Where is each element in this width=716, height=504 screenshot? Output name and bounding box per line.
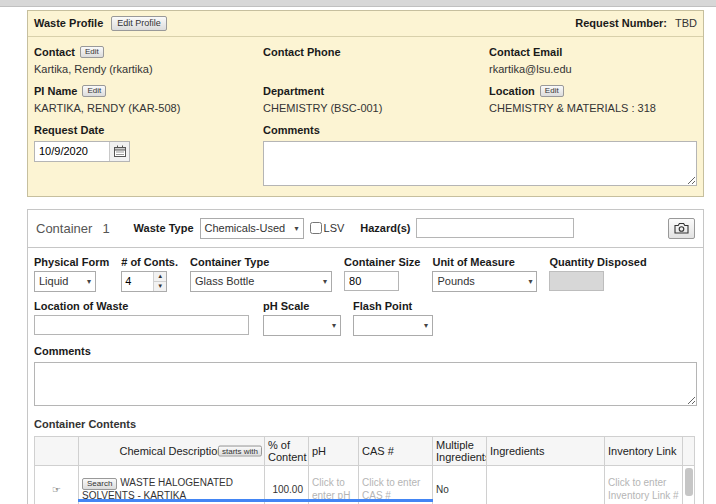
location-label: Location [489,85,535,97]
request-number-label: Request Number: [575,17,667,29]
location-of-waste-label: Location of Waste [34,300,249,312]
location-edit-button[interactable]: Edit [540,85,564,97]
unit-of-measure-select[interactable]: Pounds ▾ [432,271,537,292]
num-conts-label: # of Conts. [121,256,178,268]
flash-point-select[interactable]: ▾ [353,315,433,336]
quantity-disposed-field: Quantity Disposed [549,256,646,291]
num-conts-field: # of Conts. ▲ ▼ [121,256,178,292]
hazards-input[interactable] [416,218,574,238]
column-inventory-link: Inventory Link [605,436,683,465]
container-type-select[interactable]: Glass Bottle ▾ [190,271,332,292]
pi-name-edit-button[interactable]: Edit [82,85,106,97]
num-conts-spinners: ▲ ▼ [153,272,166,291]
spinner-up-icon[interactable]: ▲ [154,272,166,281]
column-cas: CAS # [359,436,433,465]
physical-form-select[interactable]: Liquid ▾ [34,271,96,292]
table-scrollbar[interactable] [683,436,695,465]
waste-type-select[interactable]: Chemicals-Used ▾ [200,218,304,239]
pointing-finger-icon[interactable]: ☞ [35,465,79,504]
ph-scale-field: pH Scale ▾ [263,300,341,336]
camera-icon [674,222,689,234]
chemical-description-header-label: Chemical Description [120,445,224,457]
ph-scale-label: pH Scale [263,300,341,312]
container-fields-row-1: Physical Form Liquid ▾ # of Conts. ▲ ▼ [34,256,697,292]
multiple-ingredients-cell[interactable]: No [433,465,487,504]
unit-of-measure-label: Unit of Measure [432,256,537,268]
request-date-field: Request Date [34,123,263,186]
profile-comments-field: Comments [263,123,697,186]
waste-profile-title: Waste Profile [34,17,103,29]
container-comments-field: Comments [34,344,697,406]
container-header: Container1 Waste Type Chemicals-Used ▾ L… [28,210,703,248]
ingredients-cell[interactable] [487,465,605,504]
waste-type-label: Waste Type [134,222,194,234]
request-number-value: TBD [675,17,697,29]
department-label: Department [263,85,324,97]
request-date-label: Request Date [34,124,104,136]
dropdown-arrow-icon: ▾ [87,277,91,286]
dropdown-arrow-icon: ▾ [424,321,428,330]
quantity-disposed-input [549,271,604,291]
contact-field: Contact Edit Kartika, Rendy (rkartika) [34,45,263,75]
pi-name-field: PI Name Edit KARTIKA, RENDY (KAR-508) [34,84,263,114]
spinner-down-icon[interactable]: ▼ [154,281,166,291]
department-value: CHEMISTRY (BSC-001) [263,102,489,114]
container-number: 1 [102,221,109,236]
location-of-waste-field: Location of Waste [34,300,249,335]
table-scrollbar[interactable] [683,465,695,504]
contact-edit-button[interactable]: Edit [80,46,104,58]
pi-name-label: PI Name [34,85,77,97]
column-ph: pH [309,436,359,465]
container-section: Container1 Waste Type Chemicals-Used ▾ L… [27,209,704,504]
profile-comments-textarea[interactable] [263,141,697,186]
num-conts-input[interactable] [122,272,153,291]
contact-email-field: Contact Email rkartika@lsu.edu [489,45,697,75]
container-type-field: Container Type Glass Bottle ▾ [190,256,332,292]
profile-comments-label: Comments [263,124,320,136]
row-focus-indicator [78,499,433,502]
camera-button[interactable] [668,218,695,239]
container-title-text: Container [36,221,92,236]
top-strip [0,0,716,7]
container-comments-label: Comments [34,345,91,357]
inventory-link-cell[interactable]: Click to enter Inventory Link # [605,465,683,504]
container-comments-textarea[interactable] [34,362,697,406]
waste-profile-panel: Waste Profile Edit Profile Request Numbe… [27,10,704,197]
calendar-icon [114,145,126,157]
hazards-label: Hazard(s) [360,222,410,234]
num-conts-stepper: ▲ ▼ [121,271,167,292]
column-ingredients: Ingredients [487,436,605,465]
column-chemical-description: Chemical Description starts with [79,436,265,465]
starts-with-button[interactable]: starts with [218,445,262,456]
page-content: Waste Profile Edit Profile Request Numbe… [27,10,704,504]
contact-phone-field: Contact Phone [263,45,489,75]
location-value: CHEMISTRY & MATERIALS : 318 [489,102,697,114]
request-date-input-group [34,141,130,162]
waste-profile-body: Contact Edit Kartika, Rendy (rkartika) C… [28,37,703,196]
dropdown-arrow-icon: ▾ [528,277,532,286]
lsv-checkbox-group[interactable]: LSV [310,222,345,234]
ph-scale-select[interactable]: ▾ [263,315,341,336]
physical-form-field: Physical Form Liquid ▾ [34,256,109,292]
container-type-value: Glass Bottle [195,275,254,287]
unit-of-measure-value: Pounds [437,275,474,287]
container-type-label: Container Type [190,256,332,268]
date-picker-button[interactable] [109,142,129,161]
request-date-input[interactable] [35,142,109,161]
dropdown-arrow-icon: ▾ [295,224,299,233]
table-header-row: Chemical Description starts with % of Co… [35,436,695,465]
container-contents-title: Container Contents [34,418,697,430]
contact-phone-label: Contact Phone [263,46,341,58]
lsv-checkbox[interactable] [310,222,322,234]
lsv-label: LSV [324,222,345,234]
contact-value: Kartika, Rendy (rkartika) [34,63,263,75]
container-size-input[interactable] [344,271,399,291]
table-scrollbar-thumb[interactable] [685,468,693,496]
profile-row-1: Contact Edit Kartika, Rendy (rkartika) C… [34,45,697,75]
edit-profile-button[interactable]: Edit Profile [111,16,167,31]
location-of-waste-input[interactable] [34,315,249,335]
search-button[interactable]: Search [82,478,117,490]
profile-row-3: Request Date [34,123,697,186]
inventory-link-placeholder[interactable]: Click to enter Inventory Link # [608,476,679,502]
dropdown-arrow-icon: ▾ [323,277,327,286]
